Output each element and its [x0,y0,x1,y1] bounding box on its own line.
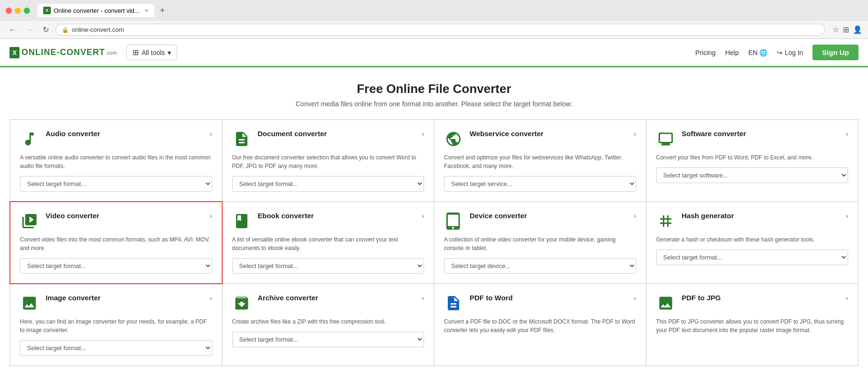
card-icon-webservice [444,130,463,148]
card-video[interactable]: Video converter › Convert video files in… [9,201,223,284]
card-header-video: Video converter › [20,212,212,231]
chevron-down-icon: ▾ [168,49,171,56]
maximize-dot[interactable] [24,8,30,14]
card-software[interactable]: Software converter › Convert your files … [646,120,859,202]
arrow-icon-pdftoword: › [634,294,636,302]
select-video[interactable]: Select target format... [20,258,212,274]
card-title-audio: Audio converter › [46,130,212,138]
card-title-image: Image converter › [46,294,212,302]
extensions-button[interactable]: ⊞ [843,25,849,34]
browser-tab[interactable]: X Online converter - convert vid... ✕ [38,4,154,17]
card-desc-webservice: Convert and optimize your files for webs… [444,153,636,170]
card-desc-ebook: A list of versatile online ebook convert… [232,235,425,252]
card-title-webservice: Webservice converter › [470,130,636,138]
card-title-wrap-ebook: Ebook converter › [258,212,425,220]
card-pdftojpg[interactable]: PDF to JPG › This PDF to JPG converter a… [646,284,859,366]
card-title-wrap-pdftojpg: PDF to JPG › [682,294,849,302]
help-link[interactable]: Help [725,49,739,56]
card-header-hash: Hash generator › [656,212,849,231]
arrow-icon-hash: › [846,212,848,220]
card-desc-pdftoword: Convert a PDF file to DOC or the Microso… [444,317,636,334]
close-dot[interactable] [6,8,12,14]
lang-label: EN [748,49,757,56]
card-header-pdftoword: PDF to Word › [444,294,636,313]
select-archive[interactable]: Select target format... [232,332,425,347]
select-hash[interactable]: Select target format... [656,250,849,265]
card-title-text-hash: Hash generator [682,212,734,220]
select-document[interactable]: Select target format... [232,176,425,192]
browser-chrome: X Online converter - convert vid... ✕ + … [0,0,868,39]
login-button[interactable]: ↪ Log In [777,49,803,56]
card-pdftoword[interactable]: PDF to Word › Convert a PDF file to DOC … [434,284,646,366]
nav-right: Pricing Help EN 🌐 ↪ Log In Sign Up [695,45,859,60]
card-desc-image: Here, you can find an image converter fo… [20,317,212,334]
new-tab-button[interactable]: + [160,6,165,16]
arrow-icon-audio: › [210,130,212,138]
card-device[interactable]: Device converter › A collection of onlin… [434,202,646,284]
card-title-text-software: Software converter [682,130,746,138]
card-hash[interactable]: Hash generator › Generate a hash or chec… [646,202,859,284]
card-title-device: Device converter › [470,212,636,220]
card-header-webservice: Webservice converter › [444,130,636,148]
card-title-pdftoword: PDF to Word › [470,294,636,302]
select-image[interactable]: Select target format... [20,340,212,356]
card-webservice[interactable]: Webservice converter › Convert and optim… [434,120,646,202]
language-selector[interactable]: EN 🌐 [748,49,767,56]
select-audio[interactable]: Select target format... [20,176,212,192]
card-ebook[interactable]: Ebook converter › A list of versatile on… [222,202,434,284]
card-archive[interactable]: Archive converter › Create archive files… [222,284,434,366]
arrow-icon-device: › [634,212,636,220]
logo[interactable]: X ONLINE-CONVERTcom [9,47,117,58]
card-title-text-ebook: Ebook converter [258,212,314,220]
card-audio[interactable]: Audio converter › A versatile online aud… [10,120,222,202]
card-document[interactable]: Document converter › Our free document c… [222,120,434,202]
card-title-ebook: Ebook converter › [258,212,425,220]
browser-dots [6,8,30,14]
signup-button[interactable]: Sign Up [812,45,859,60]
pricing-link[interactable]: Pricing [695,49,716,56]
browser-titlebar: X Online converter - convert vid... ✕ + [0,0,868,21]
card-title-text-archive: Archive converter [258,294,319,302]
card-icon-archive [232,294,251,313]
forward-button[interactable]: → [23,25,36,35]
all-tools-button[interactable]: ⊞ All tools ▾ [126,45,177,60]
card-title-text-pdftojpg: PDF to JPG [682,294,721,302]
arrow-icon-pdftojpg: › [846,294,848,302]
card-icon-audio [20,130,39,148]
card-header-pdftojpg: PDF to JPG › [656,294,849,313]
minimize-dot[interactable] [15,8,21,14]
arrow-icon-document: › [422,130,424,138]
select-webservice[interactable]: Select target service... [444,176,636,192]
card-image[interactable]: Image converter › Here, you can find an … [10,284,222,366]
select-software[interactable]: Select target software... [656,167,849,183]
card-title-video: Video converter › [46,212,212,220]
card-title-document: Document converter › [258,130,425,138]
url-text: online-convert.com [72,26,124,33]
card-icon-device [444,212,463,231]
select-ebook[interactable]: Select target format... [232,258,425,274]
card-header-archive: Archive converter › [232,294,425,313]
card-desc-document: Our free document converter selection th… [232,153,425,170]
card-desc-audio: A versatile online audio converter to co… [20,153,212,170]
arrow-icon-video: › [210,212,212,220]
card-header-audio: Audio converter › [20,130,212,148]
address-bar[interactable]: 🔒 online-convert.com [56,24,825,36]
bookmark-button[interactable]: ☆ [832,25,839,34]
card-title-text-video: Video converter [46,212,99,220]
back-button[interactable]: ← [6,25,19,35]
card-desc-hash: Generate a hash or checksum with these h… [656,235,849,244]
profile-button[interactable]: 👤 [853,25,862,34]
globe-icon: 🌐 [759,49,767,56]
hero-subtitle: Convert media files online from one form… [9,100,859,108]
arrow-icon-image: › [210,294,212,302]
card-header-software: Software converter › [656,130,849,148]
tab-close-button[interactable]: ✕ [144,8,149,14]
card-title-text-image: Image converter [46,294,101,302]
reload-button[interactable]: ↻ [40,24,52,35]
page-title: Free Online File Converter [9,82,859,96]
card-title-wrap-pdftoword: PDF to Word › [470,294,636,302]
card-desc-archive: Create archive files like a ZIP with thi… [232,317,425,326]
card-title-text-webservice: Webservice converter [470,130,544,138]
select-device[interactable]: Select target device... [444,258,636,274]
card-title-hash: Hash generator › [682,212,849,220]
